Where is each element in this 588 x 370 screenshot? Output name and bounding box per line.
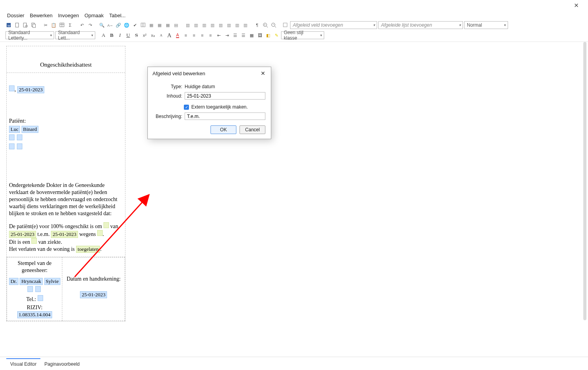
yfield-date-from[interactable]: 25-01-2023: [9, 231, 36, 238]
large-a-icon[interactable]: A: [166, 32, 173, 39]
indent-decrease-icon[interactable]: ⇤: [215, 32, 222, 39]
cut-icon[interactable]: ✂: [42, 22, 49, 29]
undo-icon[interactable]: ↶: [78, 22, 85, 29]
grid-icon[interactable]: [140, 22, 147, 29]
field-riziv[interactable]: 1.08335.14.004: [17, 311, 52, 318]
spellcheck-icon[interactable]: ✔: [131, 22, 138, 29]
field-doc-addr2[interactable]: [35, 286, 41, 292]
print-preview-icon[interactable]: [22, 22, 29, 29]
tab-visual-editor[interactable]: Visual Editor: [6, 358, 40, 370]
dialog-ok-button[interactable]: OK: [211, 125, 236, 134]
strike-button[interactable]: S: [133, 32, 140, 39]
align-right-icon[interactable]: ≡: [199, 32, 206, 39]
indent-increase-icon[interactable]: ⇥: [223, 32, 230, 39]
word-icon[interactable]: W: [5, 22, 13, 29]
field-doc-addr1[interactable]: [27, 286, 33, 292]
small-a-icon[interactable]: A: [158, 32, 165, 39]
menu-bewerken[interactable]: Bewerken: [30, 13, 53, 18]
field-tel[interactable]: [38, 295, 43, 301]
find-icon[interactable]: 🔍: [98, 22, 105, 29]
zoom-in-icon[interactable]: +: [262, 22, 269, 29]
globe-icon[interactable]: 🌐: [123, 22, 130, 29]
align-left-icon[interactable]: ≡: [182, 32, 189, 39]
combo-normal[interactable]: Normal: [464, 21, 508, 29]
row-insert-above-icon[interactable]: ▤: [172, 22, 180, 29]
dialog-extern-checkbox[interactable]: ✓: [184, 105, 189, 110]
numbered-list-icon[interactable]: ☰: [232, 32, 239, 39]
menu-dossier[interactable]: Dossier: [7, 13, 24, 18]
eraser-icon[interactable]: ◧: [265, 32, 272, 39]
col-insert-left-icon[interactable]: ▦: [148, 22, 155, 29]
field-addr-3[interactable]: [9, 143, 15, 149]
cell-a-icon[interactable]: ▥: [201, 22, 208, 29]
cell-d-icon[interactable]: ▥: [225, 22, 232, 29]
copy-icon[interactable]: [30, 22, 37, 29]
pilcrow-icon[interactable]: ¶: [254, 22, 261, 29]
new-doc-icon[interactable]: [14, 22, 21, 29]
field-patient-first[interactable]: Luc: [9, 126, 20, 133]
zoom-out-icon[interactable]: −: [270, 22, 277, 29]
yfield-ziekte[interactable]: [31, 238, 37, 244]
align-justify-icon[interactable]: ≡: [207, 32, 214, 39]
cell-f-icon[interactable]: ▥: [242, 22, 249, 29]
vertical-scrollbar[interactable]: [583, 42, 586, 320]
underline-button[interactable]: U: [125, 32, 132, 39]
menu-invoegen[interactable]: Invoegen: [58, 13, 79, 18]
insert-image-icon[interactable]: 🖼: [256, 32, 263, 39]
cell-merge-icon[interactable]: ▥: [184, 22, 191, 29]
menu-tabel[interactable]: Tabel...: [109, 13, 126, 18]
col-insert-right-icon[interactable]: ▦: [156, 22, 163, 29]
field-date-header[interactable]: 25-01-2023: [17, 86, 44, 93]
yfield-om[interactable]: [103, 222, 109, 228]
cell-e-icon[interactable]: ▥: [234, 22, 241, 29]
bullet-list-icon[interactable]: ☰: [240, 32, 247, 39]
bold-button[interactable]: B: [108, 32, 115, 39]
col-delete-icon[interactable]: ▦: [164, 22, 171, 29]
sigma-icon[interactable]: Σ: [67, 22, 74, 29]
cell-split-icon[interactable]: ▥: [192, 22, 200, 29]
field-doc-first[interactable]: Sylvie: [44, 278, 60, 285]
dialog-title-text: Afgeleid veld bewerken: [152, 71, 205, 76]
checkbox-icon[interactable]: [282, 22, 289, 29]
font-normal-button[interactable]: A: [100, 32, 107, 39]
subscript-button[interactable]: x²: [141, 32, 148, 39]
table-icon[interactable]: [58, 22, 65, 29]
superscript-button[interactable]: x₂: [149, 32, 156, 39]
dialog-beschrijving-input[interactable]: [185, 112, 265, 120]
document-page[interactable]: Ongeschiktheidsattest , 25-01-2023 Patië…: [6, 46, 125, 321]
svg-line-15: [267, 26, 268, 28]
dialog-inhoud-input[interactable]: [185, 92, 265, 100]
field-patient-last[interactable]: Binard: [22, 126, 38, 133]
window-close-button[interactable]: ✕: [568, 2, 584, 9]
yfield-wegens[interactable]: [97, 230, 103, 236]
menu-opmaak[interactable]: Opmaak: [84, 13, 103, 18]
field-empty-1[interactable]: [9, 85, 15, 91]
combo-afgeleide-lijst[interactable]: Afgeleide lijst toevoegen: [378, 21, 463, 29]
clipboard-icon[interactable]: 📋: [50, 22, 57, 29]
field-sig-date[interactable]: 25-01-2023: [80, 291, 107, 298]
field-addr-1[interactable]: [9, 134, 15, 140]
font-size-combo[interactable]: Standaard Lett...: [55, 31, 95, 39]
yfield-date-to[interactable]: 25-01-2023: [51, 231, 78, 238]
redo-icon[interactable]: ↷: [87, 22, 94, 29]
font-color-icon[interactable]: A: [174, 32, 181, 39]
combo-afgeleid-veld[interactable]: Afgeleid veld toevoegen: [290, 21, 377, 29]
field-addr-4[interactable]: [17, 143, 22, 149]
yfield-toegelaten[interactable]: toegelaten: [76, 246, 100, 253]
align-center-icon[interactable]: ≡: [191, 32, 198, 39]
tab-paginavoorbeeld[interactable]: Paginavoorbeeld: [40, 358, 83, 370]
field-addr-2[interactable]: [17, 134, 22, 140]
italic-button[interactable]: I: [116, 32, 123, 39]
cell-b-icon[interactable]: ▥: [209, 22, 216, 29]
link-icon[interactable]: 🔗: [115, 22, 122, 29]
dialog-close-button[interactable]: ✕: [259, 70, 267, 76]
highlight-icon[interactable]: ✎: [273, 32, 280, 39]
field-dr[interactable]: Dr.: [9, 278, 18, 285]
insert-table-icon[interactable]: ▦: [248, 32, 255, 39]
dialog-cancel-button[interactable]: Cancel: [240, 125, 265, 134]
style-class-combo[interactable]: Geen stijl klasse: [281, 31, 324, 39]
replace-icon[interactable]: A↔: [107, 22, 114, 29]
field-doc-last[interactable]: Hrynczak: [20, 278, 43, 285]
cell-c-icon[interactable]: ▥: [217, 22, 224, 29]
font-family-combo[interactable]: Standaard Letterty...: [5, 31, 54, 39]
